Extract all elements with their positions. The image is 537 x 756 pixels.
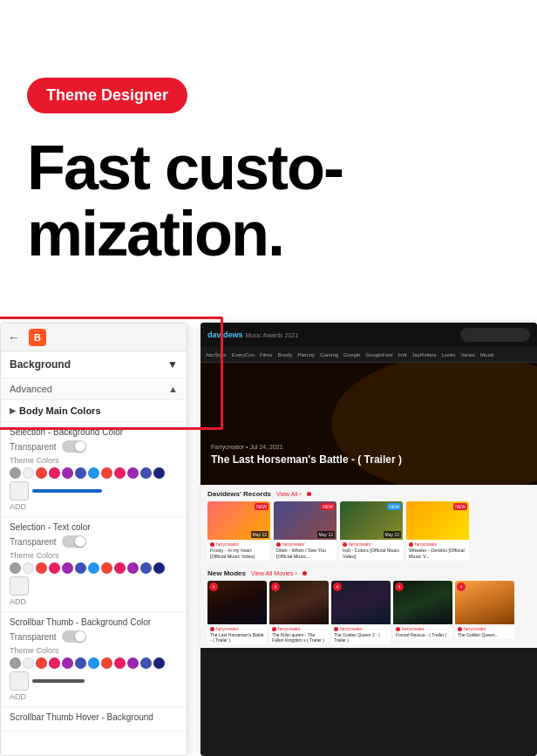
swatch[interactable] — [62, 562, 73, 574]
transparent-toggle-1[interactable] — [62, 440, 86, 453]
site-topbar: davidews Music Awards 2021 — [201, 323, 537, 347]
video-card[interactable]: NEW farrycreator Wheeler - Derelict [Off… — [406, 501, 469, 561]
swatch[interactable] — [153, 467, 165, 479]
transparent-toggle-3[interactable] — [62, 630, 86, 643]
swatch[interactable] — [75, 467, 86, 479]
cards-row: NEW May 12 farrycreator Frosty - In my h… — [207, 501, 530, 561]
swatch[interactable] — [62, 657, 73, 669]
theme-designer-badge: Theme Designer — [27, 78, 187, 113]
channel-name: farrycreator — [216, 541, 239, 547]
swatch[interactable] — [127, 467, 139, 479]
body-colors-label[interactable]: ▶ Body Main Colors — [10, 405, 178, 416]
mode-num: 4 — [457, 582, 466, 591]
swatch[interactable] — [127, 657, 139, 669]
video-card[interactable]: NEW May 12 farrycreator Indi - Colors [O… — [340, 501, 403, 561]
add-button-1[interactable]: ADD — [10, 502, 178, 511]
chevron-down-icon: ▼ — [167, 358, 178, 371]
swatch[interactable] — [75, 562, 86, 574]
add-button-3[interactable]: ADD — [10, 692, 178, 701]
swatch[interactable] — [49, 562, 60, 574]
red-dot-icon — [307, 492, 311, 496]
mode-card-title: Forced Rescue - ( Trailer ) — [396, 632, 450, 637]
swatch[interactable] — [36, 562, 47, 574]
view-all-records[interactable]: View All › — [276, 491, 302, 497]
card-title: Dilen - When I See You [Official Music..… — [276, 548, 334, 559]
swatch[interactable] — [114, 562, 126, 574]
nav-item[interactable]: Piercity — [297, 352, 315, 358]
advanced-section-header[interactable]: Advanced ▲ — [1, 378, 187, 400]
hero-line2: mization. — [27, 199, 283, 269]
mode-card-info: farrycreator The Last Horseman's Battle … — [207, 624, 267, 644]
add-button-2[interactable]: ADD — [10, 597, 178, 606]
swatch[interactable] — [114, 467, 126, 479]
swatch[interactable] — [23, 467, 34, 479]
mode-card[interactable]: 4 farrycreator The Killer queen - The Fa… — [269, 581, 329, 644]
card-date: May 12 — [317, 531, 335, 538]
swatch[interactable] — [153, 657, 165, 669]
swatch[interactable] — [140, 562, 152, 574]
swatch[interactable] — [10, 562, 21, 574]
swatch[interactable] — [49, 657, 60, 669]
nav-item[interactable]: Films — [260, 352, 272, 358]
nav-item[interactable]: EveryCon — [232, 352, 255, 358]
swatch[interactable] — [88, 657, 99, 669]
chevron-up-icon: ▲ — [168, 384, 178, 394]
transparent-toggle-2[interactable] — [62, 535, 86, 548]
swatch[interactable] — [23, 562, 34, 574]
back-arrow-icon[interactable]: ← — [8, 330, 22, 344]
nav-item[interactable]: ImIt — [398, 352, 406, 358]
swatch[interactable] — [127, 562, 139, 574]
new-badge: NEW — [255, 503, 268, 510]
background-section-header[interactable]: Background ▼ — [1, 351, 187, 378]
swatch[interactable] — [153, 562, 165, 574]
mode-card-title: The Golden Queen... — [458, 632, 512, 637]
nav-item[interactable]: Music — [480, 352, 494, 358]
swatch[interactable] — [140, 657, 152, 669]
nav-item[interactable]: Boody — [277, 352, 292, 358]
mode-card[interactable]: 4 farrycreator Forced Rescue - ( Trailer… — [393, 581, 452, 644]
swatch[interactable] — [10, 467, 21, 479]
mode-card[interactable]: 4 farrycreator The Golden Queen... — [455, 581, 514, 644]
nav-item[interactable]: Vanes — [461, 352, 476, 358]
swatch[interactable] — [75, 657, 86, 669]
swatch[interactable] — [23, 657, 34, 669]
nav-item[interactable]: Google — [343, 352, 360, 358]
swatch[interactable] — [88, 467, 99, 479]
theme-colors-label-1: Theme Colors — [10, 456, 178, 465]
channel-dot-icon — [458, 627, 462, 631]
video-card[interactable]: NEW May 12 farrycreator Dilen - When I S… — [274, 501, 336, 561]
nav-item[interactable]: Looks — [441, 352, 455, 358]
hero-text-block: Fast custo- mization. — [27, 135, 520, 267]
search-bar-mini[interactable] — [460, 328, 530, 342]
swatch[interactable] — [62, 467, 73, 479]
transparent-row-1: Transparent — [10, 440, 178, 453]
swatch[interactable] — [140, 467, 152, 479]
custom-swatch-3[interactable] — [10, 671, 29, 691]
new-modes-section: New Modes View All Movies › 4 farrycreat… — [201, 566, 537, 648]
mode-card[interactable]: 4 farrycreator The Last Horseman's Battl… — [207, 581, 267, 644]
video-card[interactable]: NEW May 12 farrycreator Frosty - In my h… — [207, 501, 270, 561]
site-nav: AbcStyle EveryCon Films Boody Piercity G… — [201, 347, 537, 363]
swatch[interactable] — [101, 467, 112, 479]
swatch[interactable] — [101, 562, 112, 574]
mode-thumbnail: 4 — [207, 581, 267, 624]
custom-swatch-2[interactable] — [10, 576, 29, 596]
new-badge: NEW — [453, 503, 467, 510]
nav-item[interactable]: AbcStyle — [206, 352, 227, 358]
custom-swatch-1[interactable] — [10, 481, 29, 501]
swatch[interactable] — [88, 562, 99, 574]
swatch[interactable] — [10, 657, 21, 669]
swatch[interactable] — [114, 657, 126, 669]
swatch[interactable] — [36, 467, 47, 479]
view-all-modes[interactable]: View All Movies › — [251, 570, 297, 576]
mode-card[interactable]: 4 farrycreator The Golden Queen 2 - ( Tr… — [331, 581, 391, 644]
swatch[interactable] — [36, 657, 47, 669]
triangle-icon: ▶ — [10, 406, 16, 415]
swatch[interactable] — [101, 657, 112, 669]
hero-video-area[interactable]: Farrycreator • Jul 24, 2021 The Last Hor… — [201, 363, 537, 485]
nav-item[interactable]: GoogleFest — [365, 352, 392, 358]
swatch[interactable] — [49, 467, 60, 479]
nav-item[interactable]: Gaming — [320, 352, 338, 358]
hero-video-title: The Last Horseman's Battle - ( Trailer ) — [211, 453, 402, 467]
nav-item[interactable]: JayRollers — [411, 352, 436, 358]
